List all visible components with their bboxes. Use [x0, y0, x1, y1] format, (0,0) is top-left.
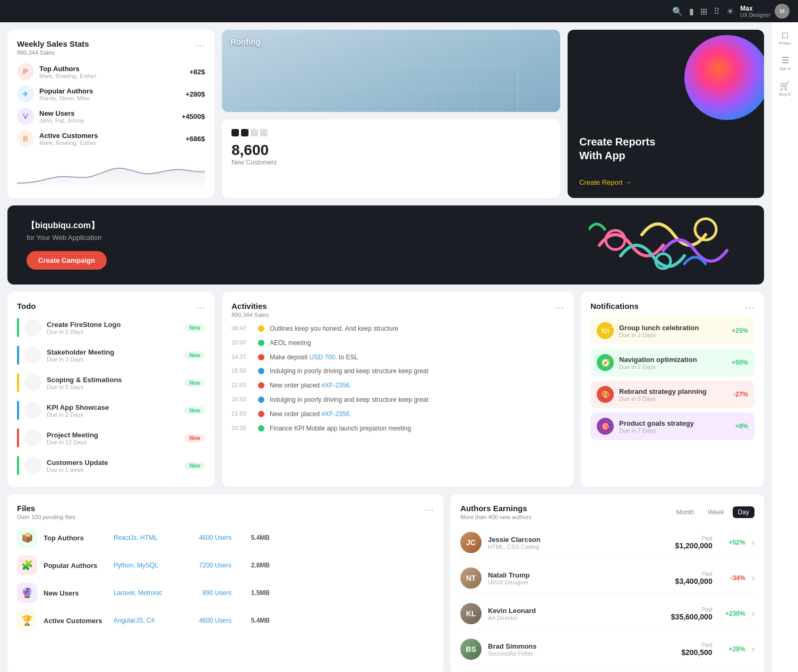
notif-due-rebrand: Due in 5 Days: [619, 395, 728, 402]
act-link-5[interactable]: #XF-2356.: [321, 382, 351, 389]
chevron-kevin[interactable]: ›: [752, 609, 754, 618]
activities-menu-icon[interactable]: ⋯: [554, 301, 564, 313]
sun-icon[interactable]: ☀: [726, 6, 734, 16]
act-dot-8: [258, 425, 264, 432]
campaign-title: 【biqubiqu.com】: [27, 220, 107, 231]
file-users-popular: 7200 Users: [184, 562, 231, 569]
todo-circle-scoping: [24, 374, 41, 391]
authors-earnings-card: Authors Earnings More than 400 new autho…: [451, 494, 764, 672]
campaign-decoration: [589, 205, 748, 285]
author-name-kevin: Kevin Leonard: [488, 607, 665, 615]
authors-earnings-header: Authors Earnings More than 400 new autho…: [460, 504, 754, 520]
todo-item-kpi: KPI App Showcase Due in 2 Days New: [17, 399, 205, 422]
act-dot-7: [258, 411, 264, 417]
file-icon-top: 📦: [17, 528, 37, 548]
files-menu-icon[interactable]: ⋯: [424, 504, 434, 515]
authors-earnings-tabs: Month Week Day: [671, 506, 754, 518]
campaign-text: 【biqubiqu.com】 for Your Web Application …: [27, 220, 107, 270]
chart-svg: [17, 157, 205, 188]
create-campaign-button[interactable]: Create Campaign: [27, 251, 107, 270]
side-panel-item-geth[interactable]: ☰ Get H: [779, 55, 791, 71]
activities-subtitle: 890,344 Sales: [231, 312, 564, 318]
popular-authors-name: Popular Authors: [39, 87, 180, 95]
icon-squares: [231, 129, 551, 136]
todo-bar-kpi: [17, 401, 19, 420]
author-role-natali: UI/UX Designer: [488, 579, 669, 585]
act-link-7[interactable]: #XF-2356.: [321, 410, 351, 418]
todo-item-customers: Customers Update Due in 1 week New: [17, 454, 205, 477]
author-item-kevin: KL Kevin Leonard Art Director Paid $35,6…: [460, 599, 754, 629]
author-name-brad: Brad Simmons: [488, 642, 675, 650]
notif-icon-rebrand: 🎨: [597, 386, 614, 403]
todo-name-customers: Customers Update: [47, 459, 179, 467]
chevron-natali[interactable]: ›: [752, 573, 754, 583]
file-item-active-customers: 🏆 Active Customers AngularJS, C# 4600 Us…: [17, 610, 434, 631]
act-item-3: 14:37 Make deposit USD 700. to ESL: [231, 353, 564, 362]
top-authors-icon: P: [17, 63, 34, 80]
notif-name-lunch: Group lunch celebration: [619, 324, 726, 332]
act-text-4: Indulging in poorly driving and keep str…: [270, 367, 428, 376]
todo-item-project: Project Meeting Due in 12 Days New: [17, 426, 205, 450]
author-avatar-brad: BS: [460, 639, 482, 660]
act-link-3[interactable]: USD 700.: [310, 354, 337, 361]
chevron-brad[interactable]: ›: [752, 644, 754, 654]
todo-badge-customers: New: [184, 462, 205, 470]
file-size-top: 5.4MB: [238, 534, 270, 541]
todo-menu-icon[interactable]: ⋯: [195, 301, 205, 313]
todo-badge-scoping: New: [184, 379, 205, 387]
todo-name-stakeholder: Stakeholder Meeting: [47, 348, 179, 356]
roofing-label: Roofing: [230, 37, 261, 46]
tab-day[interactable]: Day: [733, 506, 754, 518]
act-item-4: 16:50 Indulging in poorly driving and ke…: [231, 367, 564, 376]
file-icon-new: 🔮: [17, 583, 37, 603]
notif-change-rebrand: -27%: [733, 391, 748, 398]
weekly-sales-card: Weekly Sales Stats 890,344 Sales ⋯ P Top…: [7, 30, 214, 198]
act-time-1: 08:42: [231, 324, 253, 331]
weekly-sales-menu-icon[interactable]: ⋯: [195, 39, 205, 51]
todo-due-kpi: Due in 2 Days: [47, 411, 179, 418]
file-name-top: Top Authors: [44, 534, 107, 542]
author-avatar-natali: NT: [460, 567, 482, 589]
dots-icon[interactable]: ⠿: [714, 6, 720, 16]
todo-title: Todo: [17, 301, 205, 311]
campaign-banner: 【biqubiqu.com】 for Your Web Application …: [7, 205, 764, 285]
act-time-8: 10:30: [231, 424, 253, 431]
todo-item-firestone: Create FireStone Logo Due in 2 Days New: [17, 316, 205, 339]
todo-badge-stakeholder: New: [184, 351, 205, 359]
todo-badge-project: New: [184, 434, 205, 442]
author-name-jessie: Jessie Clarcson: [488, 536, 669, 544]
author-amount-brad: $200,500: [681, 648, 712, 657]
stat-list: P Top Authors Mark, Rowling, Esther +82$…: [17, 63, 205, 147]
tab-month[interactable]: Month: [671, 506, 699, 518]
notif-change-product: +8%: [735, 423, 748, 430]
notifications-menu-icon[interactable]: ⋯: [745, 301, 754, 313]
create-report-link[interactable]: Create Report →: [579, 178, 655, 186]
todo-badge-kpi: New: [184, 407, 205, 415]
file-size-active: 5.4MB: [238, 617, 270, 624]
todo-circle-kpi: [24, 402, 41, 419]
sq-dark: [231, 129, 239, 136]
todo-name-kpi: KPI App Showcase: [47, 403, 179, 411]
side-panel-item-prebu[interactable]: ◻ Prebu: [779, 30, 791, 46]
grid-icon[interactable]: ⊞: [700, 6, 707, 16]
side-panel: ◻ Prebu ☰ Get H 🛒 Buy N: [771, 22, 798, 672]
row-1: Weekly Sales Stats 890,344 Sales ⋯ P Top…: [7, 30, 764, 198]
files-header: Files: [17, 504, 434, 513]
new-customers-number: 8,600: [231, 142, 551, 159]
sq-light: [251, 129, 258, 136]
chevron-jessie[interactable]: ›: [752, 538, 754, 547]
file-tech-new: Laravel, Metronic: [114, 589, 177, 597]
todo-bar-stakeholder: [17, 346, 19, 365]
activities-list: 08:42 Outlines keep you honest. And keep…: [231, 324, 564, 433]
todo-due-scoping: Due in 5 Days: [47, 384, 179, 390]
side-panel-item-buyn[interactable]: 🛒 Buy N: [779, 81, 791, 97]
bar-icon[interactable]: ▮: [689, 6, 694, 16]
file-users-active: 4600 Users: [184, 617, 231, 624]
create-reports-text: Create ReportsWith App Create Report →: [568, 123, 667, 198]
tab-week[interactable]: Week: [702, 506, 729, 518]
create-reports-title: Create ReportsWith App: [579, 135, 655, 162]
search-icon[interactable]: 🔍: [672, 6, 683, 16]
orb-decoration: [684, 35, 764, 120]
notif-item-rebrand: 🎨 Rebrand strategy planning Due in 5 Day…: [590, 381, 754, 408]
roofing-image: [222, 30, 560, 112]
